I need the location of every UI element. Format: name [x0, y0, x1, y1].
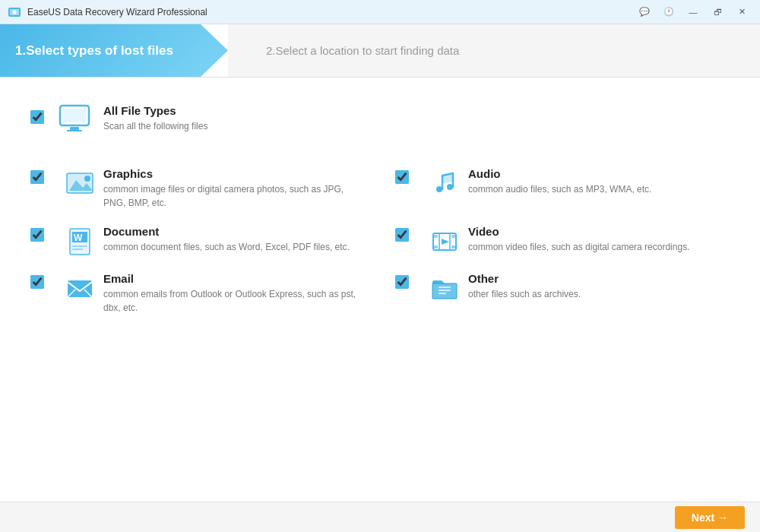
svg-rect-31	[439, 290, 451, 291]
message-btn[interactable]: 💬	[634, 5, 655, 20]
email-info: Email common emails from Outlook or Outl…	[103, 272, 365, 315]
svg-rect-6	[67, 130, 82, 131]
all-file-types-checkbox-wrap[interactable]	[30, 110, 47, 127]
document-icon: W	[65, 226, 95, 256]
graphics-info: Graphics common image files or digital c…	[103, 167, 365, 210]
video-desc: common video files, such as digital came…	[468, 240, 689, 254]
graphics-icon	[65, 168, 95, 198]
audio-checkbox-wrap[interactable]	[395, 170, 412, 187]
all-file-types-icon-wrap	[56, 100, 93, 137]
document-checkbox[interactable]	[30, 228, 44, 242]
other-checkbox-wrap[interactable]	[395, 275, 412, 292]
next-button[interactable]: Next →	[675, 506, 745, 529]
step-header: 1.Select types of lost files 2.Select a …	[0, 24, 760, 78]
video-item: Video common video files, such as digita…	[395, 225, 730, 257]
app-title: EaseUS Data Recovery Wizard Professional	[27, 7, 207, 17]
main-content: All File Types Scan all the following fi…	[0, 78, 760, 502]
graphics-desc: common image files or digital camera pho…	[103, 182, 365, 210]
title-bar: EaseUS Data Recovery Wizard Professional…	[0, 0, 760, 24]
svg-rect-16	[72, 245, 87, 247]
email-icon-wrap	[64, 272, 96, 304]
email-checkbox[interactable]	[30, 275, 44, 289]
other-item: Other other files such as archives.	[395, 272, 730, 315]
email-name: Email	[103, 272, 365, 285]
other-desc: other files such as archives.	[468, 287, 581, 301]
file-type-grid: Graphics common image files or digital c…	[30, 167, 730, 315]
video-icon-wrap	[429, 225, 461, 257]
svg-rect-21	[434, 235, 438, 238]
audio-name: Audio	[468, 167, 651, 180]
other-icon-wrap	[429, 272, 461, 304]
audio-info: Audio common audio files, such as MP3, W…	[468, 167, 651, 196]
svg-rect-26	[68, 280, 92, 297]
step1-tab[interactable]: 1.Select types of lost files	[0, 24, 228, 77]
all-file-types-checkbox[interactable]	[30, 110, 44, 124]
svg-point-12	[447, 184, 453, 190]
step1-label: 1.Select types of lost files	[15, 43, 173, 59]
monitor-icon	[57, 101, 92, 136]
audio-checkbox[interactable]	[395, 170, 409, 184]
document-name: Document	[103, 225, 350, 238]
svg-marker-25	[442, 239, 449, 245]
step2-tab[interactable]: 2.Select a location to start finding dat…	[228, 24, 760, 77]
video-checkbox-wrap[interactable]	[395, 228, 412, 245]
svg-point-2	[13, 10, 17, 14]
email-desc: common emails from Outlook or Outlook Ex…	[103, 287, 365, 315]
svg-rect-5	[70, 127, 79, 130]
video-checkbox[interactable]	[395, 228, 409, 242]
other-checkbox[interactable]	[395, 275, 409, 289]
restore-btn[interactable]: 🗗	[707, 5, 728, 20]
history-btn[interactable]: 🕐	[658, 5, 679, 20]
all-file-types-info: All File Types Scan all the following fi…	[103, 104, 207, 133]
graphics-item: Graphics common image files or digital c…	[30, 167, 365, 210]
audio-icon	[429, 168, 460, 198]
document-info: Document common document files, such as …	[103, 225, 350, 254]
email-item: Email common emails from Outlook or Outl…	[30, 272, 365, 315]
svg-point-11	[436, 186, 442, 192]
audio-icon-wrap	[429, 167, 461, 199]
close-btn[interactable]: ✕	[731, 5, 752, 20]
document-icon-wrap: W	[64, 225, 96, 257]
next-label: Next →	[692, 511, 728, 524]
audio-desc: common audio files, such as MP3, WMA, et…	[468, 182, 651, 196]
graphics-name: Graphics	[103, 167, 365, 180]
other-icon	[429, 273, 460, 303]
svg-rect-22	[434, 245, 438, 249]
video-info: Video common video files, such as digita…	[468, 225, 689, 254]
document-item: W Document common document files, such a…	[30, 225, 365, 257]
title-bar-left: EaseUS Data Recovery Wizard Professional	[8, 5, 207, 19]
all-file-types-name: All File Types	[103, 104, 207, 117]
svg-text:W: W	[74, 233, 83, 243]
app-icon	[8, 5, 21, 19]
email-checkbox-wrap[interactable]	[30, 275, 47, 292]
all-file-types-desc: Scan all the following files	[103, 119, 207, 133]
svg-point-10	[84, 176, 90, 182]
graphics-icon-wrap	[64, 167, 96, 199]
document-checkbox-wrap[interactable]	[30, 228, 47, 245]
footer: Next →	[0, 502, 760, 532]
email-icon	[65, 273, 95, 303]
graphics-checkbox[interactable]	[30, 170, 44, 184]
other-info: Other other files such as archives.	[468, 272, 581, 301]
svg-rect-17	[72, 249, 83, 250]
graphics-checkbox-wrap[interactable]	[30, 170, 47, 187]
audio-item: Audio common audio files, such as MP3, W…	[395, 167, 730, 210]
video-name: Video	[468, 225, 689, 238]
minimize-btn[interactable]: —	[682, 5, 704, 20]
svg-rect-24	[451, 245, 455, 249]
step2-label: 2.Select a location to start finding dat…	[266, 44, 459, 57]
svg-rect-23	[451, 235, 455, 238]
svg-rect-30	[439, 287, 451, 288]
video-icon	[429, 226, 460, 256]
other-name: Other	[468, 272, 581, 285]
svg-rect-32	[439, 293, 446, 294]
all-file-types-row: All File Types Scan all the following fi…	[30, 93, 730, 144]
title-bar-controls: 💬 🕐 — 🗗 ✕	[634, 5, 752, 20]
document-desc: common document files, such as Word, Exc…	[103, 240, 350, 254]
svg-rect-4	[63, 109, 86, 122]
